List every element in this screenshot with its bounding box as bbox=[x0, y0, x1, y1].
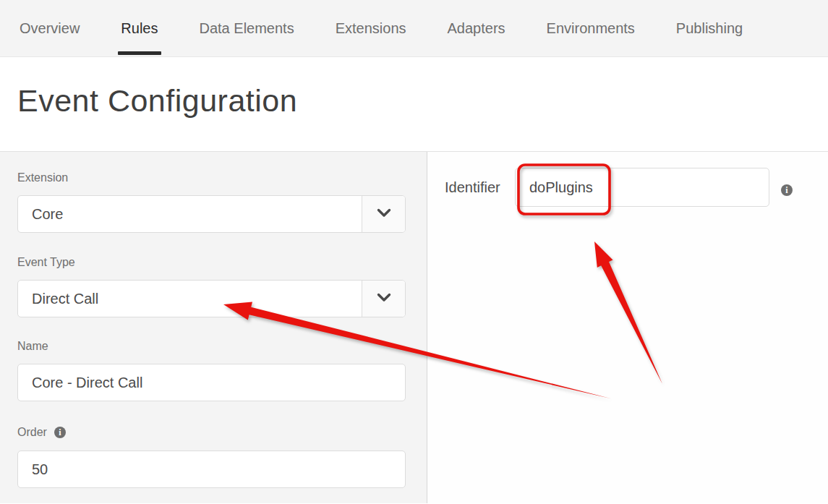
identifier-input[interactable] bbox=[515, 168, 769, 207]
name-input[interactable] bbox=[17, 364, 406, 401]
tab-data-elements[interactable]: Data Elements bbox=[200, 0, 294, 56]
left-form-panel: Extension Core Event Type Direct Call Na… bbox=[0, 152, 427, 503]
tab-overview[interactable]: Overview bbox=[20, 0, 80, 56]
chevron-down-icon bbox=[377, 208, 391, 221]
top-nav: Overview Rules Data Elements Extensions … bbox=[0, 0, 828, 57]
event-type-select-value: Direct Call bbox=[18, 281, 362, 317]
page-title: Event Configuration bbox=[0, 57, 828, 119]
extension-select-value: Core bbox=[18, 196, 362, 232]
extension-label: Extension bbox=[17, 171, 68, 184]
tab-publishing[interactable]: Publishing bbox=[676, 0, 743, 56]
info-icon[interactable]: i bbox=[781, 184, 793, 196]
info-icon[interactable]: i bbox=[54, 427, 66, 438]
event-type-select-button[interactable] bbox=[362, 281, 405, 317]
page-header: Event Configuration bbox=[0, 57, 828, 151]
event-type-label: Event Type bbox=[17, 256, 75, 269]
extension-select[interactable]: Core bbox=[17, 195, 406, 233]
event-type-select[interactable]: Direct Call bbox=[17, 280, 406, 317]
tab-rules[interactable]: Rules bbox=[121, 0, 158, 56]
tab-extensions[interactable]: Extensions bbox=[336, 0, 406, 56]
order-input[interactable] bbox=[17, 450, 406, 488]
chevron-down-icon bbox=[377, 292, 391, 305]
active-tab-underline bbox=[118, 51, 161, 55]
tab-adapters[interactable]: Adapters bbox=[448, 0, 505, 56]
right-detail-panel: Identifier i bbox=[427, 152, 828, 503]
identifier-label: Identifier bbox=[445, 168, 500, 207]
name-label: Name bbox=[17, 340, 48, 353]
tab-environments[interactable]: Environments bbox=[547, 0, 635, 56]
extension-select-button[interactable] bbox=[362, 196, 405, 232]
order-label: Order bbox=[17, 426, 47, 439]
event-configuration-panel: Extension Core Event Type Direct Call Na… bbox=[0, 151, 828, 503]
order-label-row: Order i bbox=[17, 426, 66, 439]
tab-rules-label: Rules bbox=[121, 20, 158, 37]
